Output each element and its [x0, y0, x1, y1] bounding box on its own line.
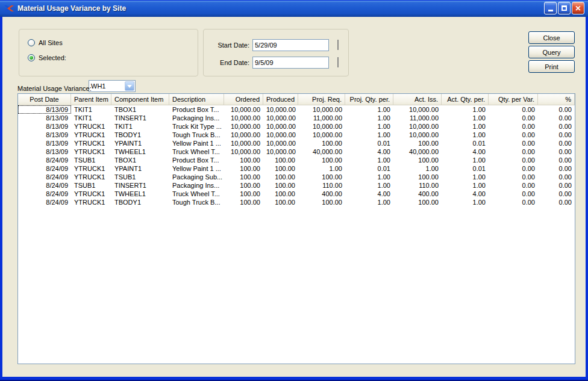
table-cell[interactable]: 100.00: [263, 190, 298, 198]
table-cell[interactable]: TINSERT1: [111, 114, 169, 122]
table-cell[interactable]: 100.00: [224, 181, 263, 190]
table-cell[interactable]: 100.00: [224, 164, 263, 173]
table-cell[interactable]: 100.00: [263, 181, 298, 190]
table-cell[interactable]: 1.00: [442, 131, 489, 139]
table-cell[interactable]: 10,000.00: [298, 131, 345, 139]
table-cell[interactable]: 1.00: [345, 181, 393, 190]
table-cell[interactable]: Product Box T...: [169, 156, 224, 164]
table-cell[interactable]: 0.00: [538, 198, 575, 206]
table-cell[interactable]: YTRUCK1: [71, 190, 111, 198]
table-cell[interactable]: 4.00: [442, 147, 489, 156]
table-cell[interactable]: 10,000.00: [393, 105, 442, 114]
table-cell[interactable]: TKIT1: [71, 105, 111, 114]
table-cell[interactable]: 10,000.00: [298, 105, 345, 114]
table-row[interactable]: 8/13/09TKIT1TINSERT1Packaging Ins...10,0…: [18, 114, 575, 122]
table-cell[interactable]: 0.00: [538, 147, 575, 156]
table-cell[interactable]: 100.00: [298, 156, 345, 164]
table-cell[interactable]: YTRUCK1: [71, 122, 111, 131]
table-cell[interactable]: 10,000.00: [263, 122, 298, 131]
table-cell[interactable]: 0.01: [345, 164, 393, 173]
table-cell[interactable]: 0.00: [489, 198, 538, 206]
table-cell[interactable]: 100.00: [393, 173, 442, 181]
table-cell[interactable]: 100.00: [393, 156, 442, 164]
table-cell[interactable]: 1.00: [393, 164, 442, 173]
column-header-act-qty-per[interactable]: Act. Qty. per.: [442, 94, 489, 105]
table-cell[interactable]: TBOX1: [111, 156, 169, 164]
table-cell[interactable]: 0.00: [538, 114, 575, 122]
table-cell[interactable]: 0.00: [538, 173, 575, 181]
table-cell[interactable]: 0.00: [489, 147, 538, 156]
table-row[interactable]: 8/24/09TSUB1TINSERT1Packaging Ins...100.…: [18, 181, 575, 190]
maximize-button[interactable]: [558, 2, 571, 14]
column-header-produced[interactable]: Produced: [263, 94, 298, 105]
table-cell[interactable]: 100.00: [298, 198, 345, 206]
table-cell[interactable]: TBODY1: [111, 131, 169, 139]
column-header-proj-qty-per[interactable]: Proj. Qty. per.: [345, 94, 393, 105]
table-cell[interactable]: 0.00: [538, 181, 575, 190]
close-window-button[interactable]: ✕: [572, 2, 584, 14]
selected-radio[interactable]: [28, 54, 35, 61]
table-cell[interactable]: Truck Kit Type ...: [169, 122, 224, 131]
column-header-component-item[interactable]: Component Item: [111, 94, 169, 105]
table-row[interactable]: 8/24/09YTRUCK1TBODY1Tough Truck B...100.…: [18, 198, 575, 206]
table-cell[interactable]: TBOX1: [111, 105, 169, 114]
end-date-input[interactable]: [252, 57, 329, 69]
table-cell[interactable]: YPAINT1: [111, 164, 169, 173]
table-cell[interactable]: 1.00: [345, 114, 393, 122]
print-button[interactable]: Print: [528, 60, 575, 73]
table-row[interactable]: 8/13/09YTRUCK1TKIT1Truck Kit Type ...10,…: [18, 122, 575, 131]
table-cell[interactable]: 1.00: [442, 173, 489, 181]
table-cell[interactable]: 400.00: [393, 190, 442, 198]
table-cell[interactable]: 110.00: [298, 181, 345, 190]
table-cell[interactable]: 1.00: [345, 122, 393, 131]
table-cell[interactable]: Tough Truck B...: [169, 198, 224, 206]
table-cell[interactable]: 8/24/09: [18, 156, 71, 164]
table-cell[interactable]: 1.00: [345, 173, 393, 181]
table-cell[interactable]: YTRUCK1: [71, 198, 111, 206]
table-cell[interactable]: YTRUCK1: [71, 164, 111, 173]
table-cell[interactable]: 8/24/09: [18, 198, 71, 206]
table-row[interactable]: 8/13/09YTRUCK1TWHEEL1Truck Wheel T...10,…: [18, 147, 575, 156]
table-cell[interactable]: 100.00: [263, 156, 298, 164]
table-cell[interactable]: 10,000.00: [263, 139, 298, 147]
table-cell[interactable]: 1.00: [442, 105, 489, 114]
table-cell[interactable]: 1.00: [345, 156, 393, 164]
column-header-parent-item[interactable]: Parent Item: [71, 94, 111, 105]
column-header-post-date[interactable]: Post Date: [18, 94, 71, 105]
table-cell[interactable]: 10,000.00: [224, 139, 263, 147]
table-row[interactable]: 8/24/09YTRUCK1YPAINT1Yellow Paint 1 ...1…: [18, 164, 575, 173]
table-cell[interactable]: 4.00: [442, 190, 489, 198]
table-cell[interactable]: 8/13/09: [18, 114, 71, 122]
table-cell[interactable]: 8/13/09: [18, 105, 71, 114]
table-cell[interactable]: 100.00: [224, 190, 263, 198]
table-cell[interactable]: 1.00: [298, 164, 345, 173]
table-cell[interactable]: 0.00: [489, 173, 538, 181]
table-cell[interactable]: 10,000.00: [263, 147, 298, 156]
table-cell[interactable]: 100.00: [298, 139, 345, 147]
table-cell[interactable]: 0.00: [538, 190, 575, 198]
table-cell[interactable]: 8/13/09: [18, 122, 71, 131]
table-cell[interactable]: 400.00: [298, 190, 345, 198]
table-cell[interactable]: Packaging Ins...: [169, 181, 224, 190]
table-cell[interactable]: YTRUCK1: [71, 131, 111, 139]
table-cell[interactable]: 10,000.00: [393, 122, 442, 131]
table-cell[interactable]: Yellow Paint 1 ...: [169, 139, 224, 147]
table-cell[interactable]: 0.00: [489, 181, 538, 190]
table-cell[interactable]: 0.01: [442, 139, 489, 147]
table-cell[interactable]: 4.00: [345, 147, 393, 156]
table-cell[interactable]: Yellow Paint 1 ...: [169, 164, 224, 173]
start-date-input[interactable]: [252, 39, 329, 51]
table-cell[interactable]: 1.00: [345, 105, 393, 114]
table-cell[interactable]: YPAINT1: [111, 139, 169, 147]
table-cell[interactable]: 1.00: [442, 181, 489, 190]
table-cell[interactable]: 10,000.00: [224, 131, 263, 139]
query-button[interactable]: Query: [528, 46, 575, 58]
table-cell[interactable]: 100.00: [263, 173, 298, 181]
table-cell[interactable]: 110.00: [393, 181, 442, 190]
table-cell[interactable]: 40,000.00: [298, 147, 345, 156]
table-cell[interactable]: 8/24/09: [18, 164, 71, 173]
table-cell[interactable]: 10,000.00: [224, 105, 263, 114]
table-cell[interactable]: Packaging Sub...: [169, 173, 224, 181]
table-cell[interactable]: YTRUCK1: [71, 173, 111, 181]
table-cell[interactable]: 0.00: [538, 156, 575, 164]
